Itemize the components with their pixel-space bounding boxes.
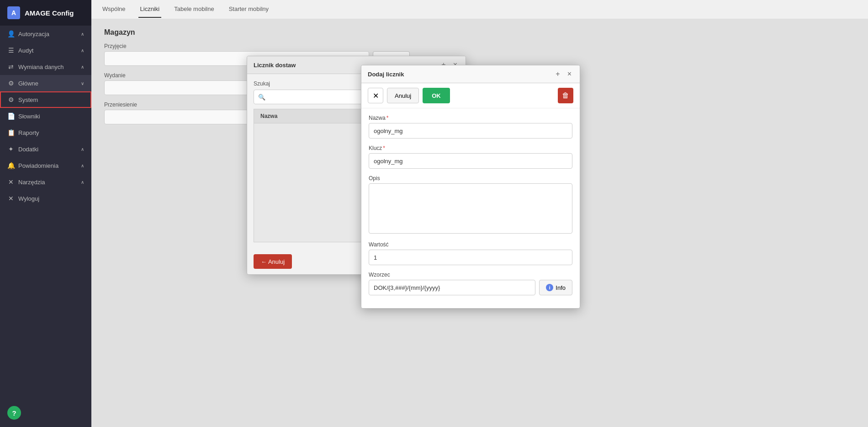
logo-icon: A bbox=[7, 6, 20, 19]
form-group-wartosc: Wartość bbox=[369, 241, 572, 265]
chevron-icon: ∧ bbox=[81, 163, 84, 168]
chevron-icon: ∧ bbox=[81, 180, 84, 185]
sidebar-help: ? bbox=[0, 399, 91, 427]
dodaj-actions-bar: ✕ Anuluj OK 🗑 bbox=[361, 83, 580, 108]
modal-licznik-cancel-button[interactable]: ← Anuluj bbox=[254, 254, 292, 269]
sidebar-item-wymiana-danych[interactable]: ⇄ Wymiana danych ∧ bbox=[0, 59, 91, 75]
modal-dodaj-header-actions: + × bbox=[554, 70, 573, 78]
wzorzec-input[interactable] bbox=[369, 280, 535, 295]
bell-icon: 🔔 bbox=[7, 162, 15, 169]
sidebar-item-label: Raporty bbox=[18, 129, 39, 136]
sidebar-item-label: Powiadomienia bbox=[18, 162, 58, 169]
opis-label: Opis bbox=[369, 175, 572, 181]
topnav-wspolne[interactable]: Wspólne bbox=[101, 1, 127, 18]
chevron-icon: ∧ bbox=[81, 64, 84, 69]
logout-icon: ✕ bbox=[7, 195, 15, 202]
sidebar: A AMAGE Config 👤 Autoryzacja ∧ ☰ Audyt ∧… bbox=[0, 0, 91, 427]
nazwa-label: Nazwa* bbox=[369, 115, 572, 121]
sidebar-item-audyt[interactable]: ☰ Audyt ∧ bbox=[0, 42, 91, 59]
wartosc-label: Wartość bbox=[369, 241, 572, 248]
section-title: Magazyn bbox=[104, 28, 855, 37]
dodaj-body: Nazwa* Klucz* Opis Wartość bbox=[361, 108, 580, 308]
tools-icon: ✕ bbox=[7, 178, 15, 186]
klucz-input[interactable] bbox=[369, 153, 572, 169]
sidebar-item-system[interactable]: ⚙ System bbox=[0, 91, 91, 108]
form-group-nazwa: Nazwa* bbox=[369, 115, 572, 139]
sidebar-item-label: Wymiana danych bbox=[18, 64, 64, 70]
sidebar-item-label: Autoryzacja bbox=[18, 31, 49, 37]
delete-button[interactable]: 🗑 bbox=[558, 88, 573, 103]
chevron-icon: ∧ bbox=[81, 32, 84, 37]
modal-licznik-title: Licznik dostaw bbox=[254, 62, 296, 69]
sidebar-item-powiadomienia[interactable]: 🔔 Powiadomienia ∧ bbox=[0, 157, 91, 174]
topnav-starter-mobilny[interactable]: Starter mobilny bbox=[227, 1, 270, 18]
opis-textarea[interactable] bbox=[369, 183, 572, 234]
sidebar-item-glowne[interactable]: ⚙ Główne ∨ bbox=[0, 75, 91, 91]
main-area: Wspólne Liczniki Tabele mobilne Starter … bbox=[91, 0, 868, 427]
info-icon: i bbox=[546, 284, 553, 291]
exchange-icon: ⇄ bbox=[7, 63, 15, 70]
plus-icon: ✦ bbox=[7, 145, 15, 153]
info-button[interactable]: i Info bbox=[539, 280, 572, 295]
modal-dodaj-plus-button[interactable]: + bbox=[554, 70, 561, 78]
chevron-icon: ∧ bbox=[81, 147, 84, 152]
content-area: Magazyn Przyjęcie Wybierz Wydanie Przeni… bbox=[91, 19, 868, 427]
form-group-opis: Opis bbox=[369, 175, 572, 235]
form-group-wzorzec: Wzorzec i Info bbox=[369, 272, 572, 295]
x-button[interactable]: ✕ bbox=[368, 88, 383, 103]
help-button[interactable]: ? bbox=[7, 406, 21, 420]
topnav-tabele-mobilne[interactable]: Tabele mobilne bbox=[172, 1, 216, 18]
sidebar-item-dodatki[interactable]: ✦ Dodatki ∧ bbox=[0, 141, 91, 157]
sidebar-item-label: Dodatki bbox=[18, 146, 38, 153]
gear-icon: ⚙ bbox=[7, 80, 15, 87]
info-label: Info bbox=[556, 284, 566, 291]
report-icon: 📋 bbox=[7, 129, 15, 136]
sidebar-item-raporty[interactable]: 📋 Raporty bbox=[0, 124, 91, 141]
app-logo: A AMAGE Config bbox=[0, 0, 91, 26]
sidebar-item-label: System bbox=[18, 96, 38, 103]
topnav: Wspólne Liczniki Tabele mobilne Starter … bbox=[91, 0, 868, 19]
document-icon: 📄 bbox=[7, 112, 15, 120]
sidebar-item-label: Narzędzia bbox=[18, 179, 45, 186]
anuluj-button[interactable]: Anuluj bbox=[387, 88, 419, 103]
przyjecie-row: Wybierz bbox=[104, 51, 855, 66]
chevron-icon: ∨ bbox=[81, 81, 84, 86]
wartosc-input[interactable] bbox=[369, 250, 572, 265]
sidebar-item-autoryzacja[interactable]: 👤 Autoryzacja ∧ bbox=[0, 26, 91, 42]
sidebar-item-label: Słowniki bbox=[18, 113, 40, 120]
modal-dodaj-title: Dodaj licznik bbox=[368, 71, 404, 78]
modal-dodaj-close-button[interactable]: × bbox=[566, 70, 573, 78]
list-icon: ☰ bbox=[7, 47, 15, 54]
przyjecie-label: Przyjęcie bbox=[104, 43, 855, 49]
logo-text: AMAGE Config bbox=[25, 9, 74, 17]
trash-icon: 🗑 bbox=[562, 91, 569, 100]
chevron-icon: ∧ bbox=[81, 48, 84, 53]
nazwa-input[interactable] bbox=[369, 123, 572, 139]
pattern-row: i Info bbox=[369, 280, 572, 295]
klucz-label: Klucz* bbox=[369, 145, 572, 151]
gear-icon: ⚙ bbox=[7, 96, 15, 103]
sidebar-item-label: Audyt bbox=[18, 47, 33, 54]
modal-dodaj-licznik: Dodaj licznik + × ✕ Anuluj OK 🗑 Nazwa* bbox=[361, 65, 580, 309]
user-icon: 👤 bbox=[7, 30, 15, 37]
search-icon: 🔍 bbox=[258, 94, 265, 101]
form-group-klucz: Klucz* bbox=[369, 145, 572, 169]
sidebar-item-wyloguj[interactable]: ✕ Wyloguj bbox=[0, 190, 91, 207]
wzorzec-label: Wzorzec bbox=[369, 272, 572, 278]
sidebar-item-label: Wyloguj bbox=[18, 195, 39, 202]
sidebar-item-label: Główne bbox=[18, 80, 38, 87]
sidebar-item-narzedzia[interactable]: ✕ Narzędzia ∧ bbox=[0, 174, 91, 190]
ok-button[interactable]: OK bbox=[423, 88, 450, 103]
sidebar-item-slowniki[interactable]: 📄 Słowniki bbox=[0, 108, 91, 124]
topnav-liczniki[interactable]: Liczniki bbox=[138, 1, 162, 18]
modal-dodaj-header: Dodaj licznik + × bbox=[361, 65, 580, 83]
